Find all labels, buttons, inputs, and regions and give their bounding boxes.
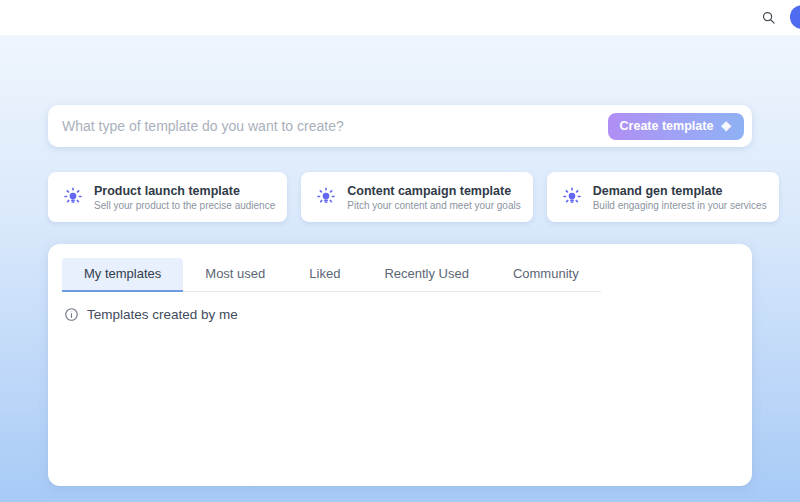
suggestion-subtitle: Build engaging interest in your services bbox=[593, 200, 767, 211]
template-composer-bar: Create template ❖ bbox=[48, 105, 752, 147]
templates-tab-bar: My templates Most used Liked Recently Us… bbox=[62, 258, 601, 292]
tab-liked[interactable]: Liked bbox=[287, 258, 362, 292]
sparkles-icon: ❖ bbox=[720, 120, 732, 133]
lightbulb-icon bbox=[559, 186, 585, 208]
suggestion-card-text: Product launch template Sell your produc… bbox=[94, 184, 275, 211]
search-icon[interactable] bbox=[754, 4, 782, 32]
suggestion-card-product-launch[interactable]: Product launch template Sell your produc… bbox=[48, 172, 287, 222]
suggestion-subtitle: Pitch your content and meet your goals bbox=[347, 200, 520, 211]
empty-state-row: Templates created by me bbox=[64, 307, 738, 322]
top-bar bbox=[0, 0, 800, 35]
suggestion-card-demand-gen[interactable]: Demand gen template Build engaging inter… bbox=[547, 172, 779, 222]
templates-panel: My templates Most used Liked Recently Us… bbox=[48, 244, 752, 486]
lightbulb-icon bbox=[60, 186, 86, 208]
empty-state-message: Templates created by me bbox=[87, 307, 238, 322]
tab-most-used[interactable]: Most used bbox=[183, 258, 287, 292]
create-template-label: Create template bbox=[620, 119, 714, 133]
tab-community[interactable]: Community bbox=[491, 258, 601, 292]
suggestion-subtitle: Sell your product to the precise audienc… bbox=[94, 200, 275, 211]
template-prompt-input[interactable] bbox=[62, 118, 608, 134]
app-window: Create template ❖ Product launch templat… bbox=[0, 0, 800, 502]
create-template-button[interactable]: Create template ❖ bbox=[608, 113, 744, 140]
suggestion-card-text: Demand gen template Build engaging inter… bbox=[593, 184, 767, 211]
suggestion-card-content-campaign[interactable]: Content campaign template Pitch your con… bbox=[301, 172, 532, 222]
suggestion-title: Demand gen template bbox=[593, 184, 767, 198]
lightbulb-icon bbox=[313, 186, 339, 208]
tab-recently-used[interactable]: Recently Used bbox=[362, 258, 491, 292]
suggestion-title: Product launch template bbox=[94, 184, 275, 198]
template-suggestions: Product launch template Sell your produc… bbox=[48, 172, 752, 222]
info-icon bbox=[64, 307, 79, 322]
suggestion-title: Content campaign template bbox=[347, 184, 520, 198]
suggestion-card-text: Content campaign template Pitch your con… bbox=[347, 184, 520, 211]
main-content: Create template ❖ Product launch templat… bbox=[0, 35, 800, 502]
avatar[interactable] bbox=[790, 5, 800, 29]
tab-my-templates[interactable]: My templates bbox=[62, 258, 183, 292]
